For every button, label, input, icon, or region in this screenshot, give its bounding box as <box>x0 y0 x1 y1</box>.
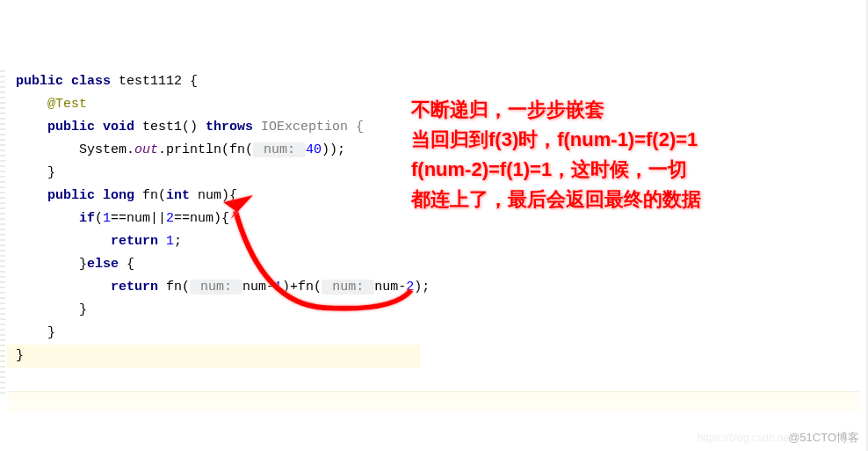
faint-watermark: https://blog.csdn.ne <box>698 432 789 444</box>
code-line: } <box>7 162 420 185</box>
method-name: test1() <box>134 120 206 135</box>
keyword: return <box>111 234 166 249</box>
code-text: ==num|| <box>111 211 166 226</box>
brace: } <box>79 302 87 317</box>
keyword: else <box>87 257 119 272</box>
code-text: )+fn( <box>282 280 322 295</box>
number-literal: 1 <box>274 280 282 295</box>
param-hint: num: <box>322 280 374 295</box>
method-name: fn( <box>134 188 166 203</box>
param-hint: num: <box>253 142 306 157</box>
brace: } <box>16 348 24 363</box>
code-line: public class test1112 { <box>7 70 420 93</box>
code-text: .println(fn( <box>158 142 253 157</box>
code-line: }else { <box>7 253 420 276</box>
code-line: } <box>7 322 420 345</box>
keyword: public void <box>47 120 134 135</box>
annotation-text: 不断递归，一步步嵌套 当回归到f(3)时，f(num-1)=f(2)=1 f(n… <box>411 95 701 215</box>
annotation-line: 都连上了，最后会返回最终的数据 <box>411 185 701 215</box>
code-line: @Test <box>7 93 420 116</box>
param: num){ <box>190 188 237 203</box>
number-literal: 2 <box>406 280 414 295</box>
class-name: test1112 { <box>111 74 198 89</box>
gutter-stripe <box>0 70 5 396</box>
code-text: num- <box>374 280 406 295</box>
code-block: public class test1112 { @Test public voi… <box>7 70 420 367</box>
code-line: } <box>7 299 420 322</box>
code-line: return 1; <box>7 230 420 253</box>
brace: } <box>47 165 55 180</box>
number-literal: 2 <box>166 211 174 226</box>
code-text: ); <box>414 280 430 295</box>
keyword: int <box>166 188 190 203</box>
code-line: public void test1() throws IOException { <box>7 116 420 139</box>
code-line: return fn( num: num-1)+fn( num: num-2); <box>7 276 420 299</box>
code-line: } <box>7 345 420 367</box>
annotation-line: 不断递归，一步步嵌套 <box>411 95 701 125</box>
param-hint: num: <box>190 280 242 295</box>
watermark-text: @51CTO博客 <box>788 430 859 446</box>
exception-type: IOException { <box>253 120 364 135</box>
code-line: if(1==num||2==num){ <box>7 207 420 230</box>
code-text: { <box>119 257 134 272</box>
code-text: fn( <box>158 280 190 295</box>
code-text: System. <box>79 142 134 157</box>
code-line: public long fn(int num){ <box>7 185 420 207</box>
keyword: public long <box>47 188 134 203</box>
code-text: ==num){ <box>174 211 229 226</box>
keyword: return <box>111 280 158 295</box>
number-literal: 40 <box>306 142 322 157</box>
number-literal: 1 <box>103 211 111 226</box>
keyword: public class <box>16 74 111 89</box>
code-line: System.out.println(fn( num: 40)); <box>7 139 420 162</box>
code-text: num- <box>242 280 274 295</box>
static-field: out <box>134 142 158 157</box>
number-literal: 1 <box>166 234 174 249</box>
code-text: )); <box>322 142 345 157</box>
annotation: @Test <box>47 97 87 112</box>
annotation-line: f(num-2)=f(1)=1，这时候，一切 <box>411 155 701 185</box>
annotation-line: 当回归到f(3)时，f(num-1)=f(2)=1 <box>411 125 701 155</box>
keyword: if <box>79 211 95 226</box>
code-text: ( <box>95 211 103 226</box>
brace: } <box>47 325 55 340</box>
brace: } <box>79 257 87 272</box>
keyword: throws <box>206 120 253 135</box>
code-text: ; <box>174 234 182 249</box>
caret-line-highlight <box>7 391 859 412</box>
